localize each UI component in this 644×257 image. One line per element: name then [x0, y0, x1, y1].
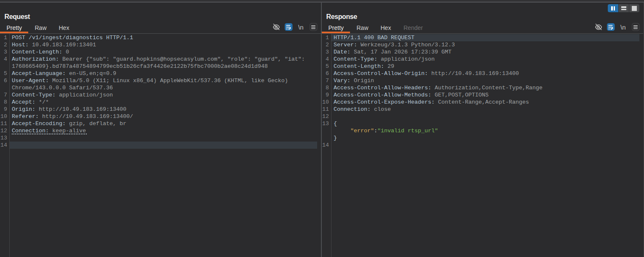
svg-text:\n: \n [298, 24, 304, 31]
svg-text:\n: \n [620, 24, 626, 31]
